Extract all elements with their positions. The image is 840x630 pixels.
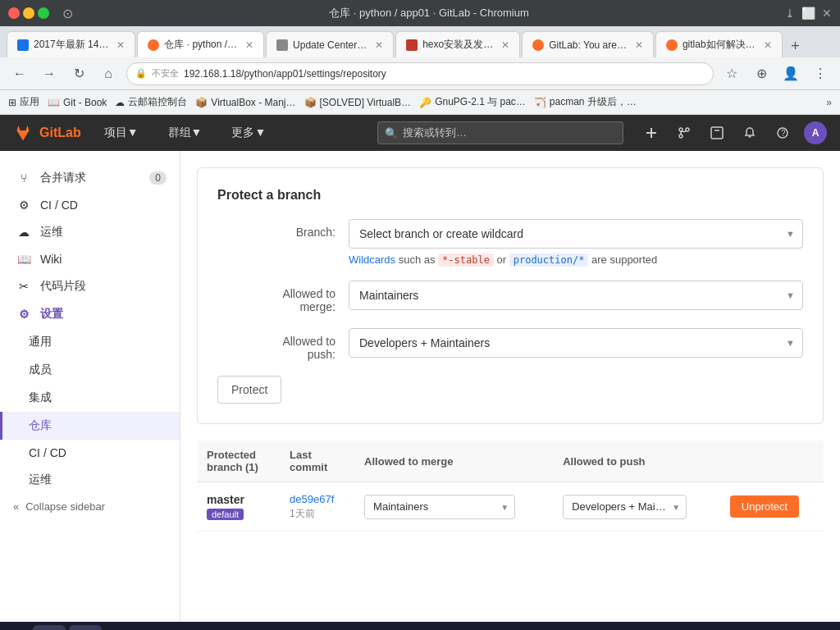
menu-btn[interactable]: ⋮ (809, 62, 832, 85)
tab-label-2: 仓库 · python /… (164, 38, 237, 52)
window-close-icon[interactable]: ✕ (822, 7, 832, 20)
window-close-btn[interactable] (8, 7, 20, 19)
help-icon-btn[interactable]: ? (771, 121, 794, 144)
tab-close-4[interactable]: ✕ (501, 39, 509, 51)
sidebar-item-members[interactable]: 成员 (0, 356, 180, 384)
tab-4[interactable]: hexo安装及发… ✕ (395, 31, 520, 57)
bookmark-vbox2[interactable]: 📦 [SOLVED] VirtualB… (304, 97, 412, 108)
nav-more[interactable]: 更多▼ (225, 122, 272, 144)
bell-icon-btn[interactable] (738, 121, 761, 144)
row-merge-select[interactable]: Maintainers Developers + Maintainers No … (364, 495, 515, 519)
new-tab-btn[interactable]: + (784, 34, 807, 57)
ops-icon: ☁ (16, 226, 32, 239)
col-allowed-push: Allowed to push (553, 441, 720, 482)
taskbar-monitor[interactable]: 🖥 (249, 625, 282, 630)
bookmark-pacman[interactable]: 🏹 pacman 升级后，… (534, 95, 637, 109)
gitlab-logo-svg (13, 123, 33, 143)
url-text: 192.168.1.18/python/app01/settings/repos… (184, 68, 705, 80)
wildcard-hint: Wildcards such as *-stable or production… (349, 253, 803, 266)
branch-select[interactable]: Select branch or create wildcard (349, 219, 803, 249)
merge-control: Maintainers Developers + Maintainers No … (349, 281, 803, 310)
extension-btn[interactable]: ⊕ (750, 62, 773, 85)
push-select[interactable]: Developers + Maintainers Maintainers No … (349, 328, 803, 358)
bookmark-vbox[interactable]: 📦 VirtualBox - Manj… (195, 97, 295, 108)
sidebar-item-integrations[interactable]: 集成 (0, 384, 180, 412)
search-placeholder: 搜索或转到… (403, 126, 467, 140)
sidebar-item-merge[interactable]: ⑂ 合并请求 0 (0, 164, 180, 192)
bookmark-git[interactable]: 📖 Git - Book (48, 97, 107, 108)
sidebar-item-general[interactable]: 通用 (0, 328, 180, 356)
window-max-btn[interactable] (38, 7, 49, 19)
merge-select-wrapper: Maintainers Developers + Maintainers No … (349, 281, 803, 310)
tab-close-5[interactable]: ✕ (635, 39, 643, 51)
window-min-icon[interactable]: ⤓ (785, 7, 795, 20)
content-area: Protect a branch Branch: Select branch o… (180, 151, 840, 622)
tab-2[interactable]: 仓库 · python /… ✕ (137, 31, 264, 57)
wildcards-link[interactable]: Wildcards (349, 253, 395, 266)
merge-select[interactable]: Maintainers Developers + Maintainers No … (349, 281, 803, 310)
row-push-select[interactable]: Developers + Mai… Maintainers No one (563, 495, 687, 519)
tab-label-6: gitlab如何解决… (682, 38, 756, 52)
plus-icon-btn[interactable] (640, 121, 663, 144)
bookmark-gnupg[interactable]: 🔑 GnuPG-2.1 与 pac… (419, 95, 526, 109)
bookmark-btn[interactable]: ☆ (720, 62, 743, 85)
nav-groups[interactable]: 群组▼ (162, 122, 209, 144)
sidebar-item-snippets[interactable]: ✂ 代码片段 (0, 272, 180, 300)
taskbar-package[interactable]: 📦 (322, 625, 354, 630)
tab-1[interactable]: 2017年最新 14… ✕ (7, 31, 135, 57)
protect-button[interactable]: Protect (217, 376, 281, 404)
sidebar-label-settings: 设置 (40, 307, 63, 322)
fork-icon-btn[interactable] (705, 121, 728, 144)
tab-3[interactable]: Update Center… ✕ (266, 31, 394, 57)
tab-5[interactable]: GitLab: You are… ✕ (522, 31, 654, 57)
back-btn[interactable]: ← (8, 62, 31, 85)
window-min-btn[interactable] (23, 7, 34, 19)
refresh-btn[interactable]: ↻ (67, 62, 90, 85)
merge-icon-btn[interactable] (673, 121, 696, 144)
sidebar-item-settings[interactable]: ⚙ 设置 (0, 300, 180, 328)
taskbar-files[interactable]: 📁 (33, 625, 66, 630)
tab-label-3: Update Center… (293, 39, 367, 51)
tab-close-3[interactable]: ✕ (375, 39, 383, 51)
taskbar-notifications[interactable]: ▤ (801, 625, 833, 630)
sidebar-item-ops[interactable]: ☁ 运维 (0, 218, 180, 246)
protect-btn-wrap: Protect (217, 376, 803, 404)
taskbar-sublimetext[interactable]: 📝 (213, 625, 246, 630)
taskbar-browser[interactable]: 🌐 (69, 625, 102, 630)
home-btn[interactable]: ⌂ (97, 62, 120, 85)
taskbar-vscode[interactable]: 🔷 (177, 625, 210, 630)
bookmark-mail[interactable]: ☁ 云邮箱控制台 (115, 95, 187, 109)
commit-link[interactable]: de59e67f (290, 493, 334, 505)
url-bar[interactable]: 🔒 不安全 192.168.1.18/python/app01/settings… (126, 62, 714, 85)
tab-6[interactable]: gitlab如何解决… ✕ (655, 31, 783, 57)
taskbar-terminal[interactable]: 💻 (141, 625, 174, 630)
collapse-sidebar-btn[interactable]: « Collapse sidebar (0, 494, 180, 519)
unprotect-button[interactable]: Unprotect (730, 495, 799, 518)
window-restore-icon[interactable]: ⬜ (801, 7, 815, 20)
tab-close-1[interactable]: ✕ (116, 39, 125, 51)
merge-icon (678, 126, 691, 139)
tab-favicon-1 (17, 39, 29, 51)
profile-btn[interactable]: 👤 (779, 62, 802, 85)
user-avatar[interactable]: A (804, 121, 827, 144)
tab-close-6[interactable]: ✕ (764, 39, 772, 51)
tab-close-2[interactable]: ✕ (245, 39, 253, 51)
forward-btn[interactable]: → (38, 62, 61, 85)
taskbar-virtualbox[interactable]: 📦 (358, 625, 390, 630)
bookmarks-more[interactable]: » (826, 97, 832, 108)
push-control: Developers + Maintainers Maintainers No … (349, 328, 803, 358)
search-bar[interactable]: 🔍 搜索或转到… (377, 121, 623, 144)
sidebar-item-repository[interactable]: 仓库 (0, 412, 180, 440)
branch-name: master (207, 493, 270, 506)
sidebar-item-wiki[interactable]: 📖 Wiki (0, 246, 180, 272)
tab-label-5: GitLab: You are… (549, 39, 627, 51)
sidebar-item-cicd[interactable]: ⚙ CI / CD (0, 192, 180, 218)
taskbar-firefox[interactable]: 🦊 (105, 625, 138, 630)
bookmark-apps[interactable]: ⊞ 应用 (8, 95, 39, 109)
tab-favicon-6 (666, 39, 678, 51)
sidebar-item-ops2[interactable]: 运维 (0, 466, 180, 494)
svg-point-3 (679, 135, 682, 138)
nav-projects[interactable]: 项目▼ (98, 122, 145, 144)
taskbar-idea[interactable]: 💡 (285, 625, 318, 630)
sidebar-item-cicd2[interactable]: CI / CD (0, 440, 180, 466)
